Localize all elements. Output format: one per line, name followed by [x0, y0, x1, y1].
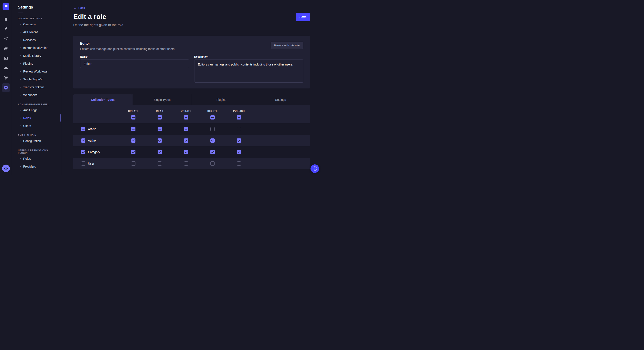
category-publish-checkbox[interactable] [237, 150, 241, 154]
nav-feather-button[interactable] [2, 25, 10, 33]
bullet-icon [20, 158, 21, 159]
gear-icon [4, 85, 8, 90]
author-read-checkbox[interactable] [158, 138, 162, 143]
article-read-checkbox[interactable] [158, 127, 162, 131]
category-read-checkbox[interactable] [158, 150, 162, 154]
author-publish-checkbox[interactable] [237, 138, 241, 143]
sidebar-item-overview-0[interactable]: Overview [12, 20, 61, 28]
article-delete-checkbox[interactable] [210, 127, 215, 131]
row-label: Article [88, 127, 96, 131]
role-name-heading: Editor [80, 42, 176, 45]
sidebar-item-roles-3[interactable]: Roles [12, 155, 61, 163]
sidebar-title-divider [18, 12, 23, 13]
name-field-label: Name* [80, 55, 189, 58]
article-create-checkbox[interactable] [131, 127, 136, 131]
user-create-checkbox[interactable] [131, 161, 136, 166]
row-name-cell: Article [73, 127, 120, 131]
cart-icon [4, 76, 8, 80]
select-all-read-checkbox[interactable] [158, 115, 162, 120]
sidebar-item-audit-logs-1[interactable]: Audit Logs [12, 106, 61, 114]
user-update-checkbox-cell [173, 161, 199, 166]
user-avatar[interactable]: KD [2, 165, 10, 172]
category-row-checkbox[interactable] [81, 150, 86, 154]
sidebar-item-label: Users [23, 124, 31, 128]
nav-gear-button[interactable] [2, 83, 10, 92]
sidebar-item-plugins-0[interactable]: Plugins [12, 59, 61, 67]
sidebar-item-single-sign-on-0[interactable]: Single Sign-On [12, 75, 61, 83]
strapi-logo-icon[interactable] [2, 3, 9, 10]
tab-collection-types[interactable]: Collection Types [73, 94, 132, 105]
nav-cart-button[interactable] [2, 74, 10, 82]
nav-cloud-button[interactable] [2, 64, 10, 72]
author-update-checkbox-cell [173, 138, 199, 143]
user-publish-checkbox[interactable] [237, 161, 241, 166]
sidebar-section-email-plugin: EMAIL PLUGIN [18, 134, 55, 137]
sidebar-item-api-tokens-0[interactable]: API Tokens [12, 28, 61, 36]
sidebar-item-configuration-2[interactable]: Configuration [12, 137, 61, 145]
user-read-checkbox[interactable] [158, 161, 162, 166]
select-all-read-checkbox-cell [146, 115, 173, 120]
users-with-role-button[interactable]: 0 users with this role [271, 42, 303, 49]
author-update-checkbox[interactable] [184, 138, 188, 143]
back-link[interactable]: ← Back [73, 6, 85, 9]
sidebar-item-releases-0[interactable]: Releases [12, 36, 61, 44]
media-icon [4, 46, 8, 51]
article-row-checkbox[interactable] [81, 127, 86, 131]
sidebar-item-label: Webhooks [23, 93, 37, 97]
tab-plugins[interactable]: Plugins [192, 94, 251, 105]
help-button[interactable]: ? [310, 164, 319, 173]
main-nav-rail: KD [0, 0, 12, 175]
nav-paper-plane-button[interactable] [2, 34, 10, 43]
save-button[interactable]: Save [296, 13, 310, 21]
user-row-checkbox[interactable] [81, 161, 86, 166]
select-all-create-checkbox[interactable] [131, 115, 136, 120]
author-publish-checkbox-cell [226, 138, 252, 143]
nav-media-button[interactable] [2, 44, 10, 53]
cloud-icon [4, 66, 8, 70]
sidebar-item-roles-1[interactable]: Roles [12, 114, 61, 122]
sidebar-item-media-library-0[interactable]: Media Library [12, 52, 61, 59]
category-update-checkbox[interactable] [184, 150, 188, 154]
bullet-icon [20, 47, 21, 48]
sidebar-sections: GLOBAL SETTINGSOverviewAPI TokensRelease… [12, 17, 61, 170]
sidebar-item-label: Configuration [23, 139, 41, 143]
sidebar-item-transfer-tokens-0[interactable]: Transfer Tokens [12, 83, 61, 91]
page-subtitle: Define the rights given to the role [73, 23, 310, 27]
category-delete-checkbox[interactable] [210, 150, 215, 154]
sidebar-item-users-1[interactable]: Users [12, 122, 61, 130]
sidebar-item-providers-3[interactable]: Providers [12, 163, 61, 170]
sidebar-item-webhooks-0[interactable]: Webhooks [12, 91, 61, 99]
select-all-delete-checkbox[interactable] [210, 115, 215, 120]
sidebar-item-internationalization-0[interactable]: Internationalization [12, 44, 61, 52]
author-create-checkbox[interactable] [131, 138, 136, 143]
select-all-publish-checkbox[interactable] [237, 115, 241, 120]
article-publish-checkbox-cell [226, 127, 252, 131]
tab-settings[interactable]: Settings [251, 94, 310, 105]
article-publish-checkbox[interactable] [237, 127, 241, 131]
main-area: ← Back Edit a role Save Define the right… [61, 0, 322, 175]
article-update-checkbox[interactable] [184, 127, 188, 131]
description-textarea[interactable]: Editors can manage and publish contents … [194, 59, 303, 82]
category-create-checkbox[interactable] [131, 150, 136, 154]
sidebar-item-review-workflows-0[interactable]: Review Workflows [12, 67, 61, 75]
permissions-panel: CREATEREADUPDATEDELETEPUBLISH ArticleAut… [73, 105, 310, 169]
article-delete-checkbox-cell [199, 127, 226, 131]
permissions-tabs: Collection TypesSingle TypesPluginsSetti… [73, 94, 310, 105]
user-update-checkbox[interactable] [184, 161, 188, 166]
select-all-update-checkbox[interactable] [184, 115, 188, 120]
sidebar-item-label: Internationalization [23, 46, 48, 49]
sidebar-section-global-settings: GLOBAL SETTINGS [18, 17, 55, 20]
page-title: Edit a role [73, 13, 106, 21]
author-row-checkbox[interactable] [81, 138, 86, 143]
sidebar-item-label: Roles [23, 157, 31, 160]
user-delete-checkbox-cell [199, 161, 226, 166]
nav-icon-list [2, 15, 10, 92]
user-delete-checkbox[interactable] [210, 161, 215, 166]
nav-layout-button[interactable] [2, 54, 10, 62]
name-input[interactable] [80, 59, 189, 68]
sidebar-item-label: Media Library [23, 54, 41, 57]
nav-home-button[interactable] [2, 15, 10, 23]
category-delete-checkbox-cell [199, 150, 226, 154]
tab-single-types[interactable]: Single Types [132, 94, 192, 105]
author-delete-checkbox[interactable] [210, 138, 215, 143]
